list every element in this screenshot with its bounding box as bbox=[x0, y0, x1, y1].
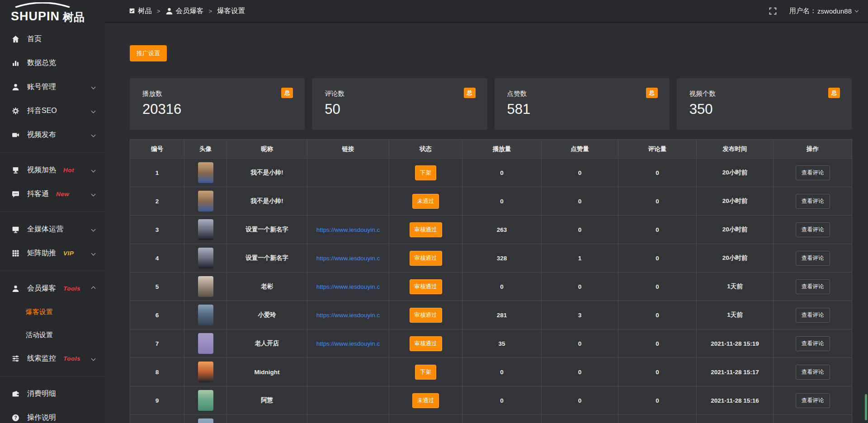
video-link[interactable]: https://www.iesdouyin.c bbox=[307, 312, 389, 319]
status-button[interactable]: 未通过 bbox=[412, 194, 439, 209]
status-button[interactable]: 下架 bbox=[415, 365, 436, 380]
column-header: 链接 bbox=[307, 140, 389, 159]
sidebar-item-4[interactable]: 抖音SEO bbox=[0, 99, 105, 123]
cell-likes: 0 bbox=[542, 187, 618, 216]
sidebar-submenu-item[interactable]: 活动设置 bbox=[0, 324, 105, 347]
column-header: 昵称 bbox=[227, 140, 307, 159]
avatar[interactable] bbox=[198, 219, 213, 240]
chevron-down-icon bbox=[91, 133, 96, 137]
cell-id: 3 bbox=[130, 216, 184, 244]
view-comments-button[interactable]: 查看评论 bbox=[796, 222, 830, 237]
breadcrumb-item[interactable]: 树品 bbox=[129, 6, 152, 16]
cell-status: 审核通过 bbox=[389, 244, 462, 273]
avatar[interactable] bbox=[198, 191, 213, 212]
view-comments-button[interactable]: 查看评论 bbox=[796, 251, 830, 266]
username: zswodun88 bbox=[817, 7, 852, 15]
avatar[interactable] bbox=[198, 305, 213, 325]
sidebar-item-12[interactable]: 消费明细 bbox=[0, 382, 105, 406]
avatar[interactable] bbox=[198, 248, 213, 268]
avatar[interactable] bbox=[198, 276, 213, 297]
view-comments-button[interactable]: 查看评论 bbox=[796, 279, 830, 294]
sidebar-item-1[interactable]: 首页 bbox=[0, 27, 105, 51]
cell-link: https://www.iesdouyin.c bbox=[307, 244, 389, 273]
video-link[interactable]: https://www.iesdouyin.c bbox=[307, 340, 389, 347]
status-button[interactable]: 审核通过 bbox=[410, 336, 442, 351]
sidebar-item-8[interactable]: 全媒体运营 bbox=[0, 217, 105, 241]
sidebar-item-10[interactable]: 会员爆客 Tools bbox=[0, 277, 105, 301]
cell-likes: 0 bbox=[542, 358, 618, 386]
status-button[interactable]: 审核通过 bbox=[410, 308, 442, 323]
cell-nickname: 设置一个新名字 bbox=[227, 244, 307, 273]
avatar[interactable] bbox=[198, 390, 213, 411]
status-button[interactable]: 审核通过 bbox=[410, 222, 442, 237]
sidebar-item-label: 会员爆客 bbox=[27, 284, 56, 293]
video-link[interactable]: https://www.iesdouyin.c bbox=[307, 255, 389, 262]
cell-status: 审核通过 bbox=[389, 301, 462, 329]
cell-link: https://www.iesdouyin.c bbox=[307, 273, 389, 301]
sidebar-item-7[interactable]: 抖客通 New bbox=[0, 182, 105, 206]
cell-link bbox=[307, 415, 389, 423]
cell-id: 1 bbox=[130, 159, 184, 187]
breadcrumb-item[interactable]: 爆客设置 bbox=[217, 6, 245, 16]
cell-nickname: Midnight bbox=[227, 358, 307, 386]
sidebar-item-2[interactable]: 数据总览 bbox=[0, 51, 105, 75]
cell-comments: 0 bbox=[618, 386, 697, 415]
monitor-icon bbox=[12, 226, 20, 233]
breadcrumb-item[interactable]: 会员爆客 bbox=[165, 6, 204, 16]
view-comments-button[interactable]: 查看评论 bbox=[796, 308, 830, 323]
cell-avatar bbox=[184, 358, 227, 386]
sidebar-item-11[interactable]: 线索监控 Tools bbox=[0, 347, 105, 371]
fullscreen-icon[interactable] bbox=[769, 7, 777, 15]
video-link[interactable]: https://www.iesdouyin.c bbox=[307, 226, 389, 233]
avatar[interactable] bbox=[198, 333, 213, 354]
stat-card: 视频个数 350 总 bbox=[677, 78, 852, 130]
scrollbar-thumb[interactable] bbox=[865, 394, 867, 420]
video-link[interactable]: https://www.iesdouyin.c bbox=[307, 283, 389, 290]
table-header-row: 编号头像昵称链接状态播放量点赞量评论量发布时间操作 bbox=[130, 140, 852, 159]
avatar[interactable] bbox=[198, 162, 213, 183]
avatar[interactable] bbox=[198, 362, 213, 382]
stat-card-total-badge: 总 bbox=[281, 88, 293, 98]
sidebar-item-5[interactable]: 视频发布 bbox=[0, 123, 105, 147]
status-button[interactable]: 未通过 bbox=[412, 393, 439, 408]
cell-comments: 0 bbox=[618, 358, 697, 386]
sidebar-item-9[interactable]: 矩阵助推 VIP bbox=[0, 241, 105, 265]
sidebar-submenu-item[interactable]: 爆客设置 bbox=[0, 301, 105, 324]
view-comments-button[interactable]: 查看评论 bbox=[796, 194, 830, 209]
cell-avatar bbox=[184, 273, 227, 301]
cell-link: https://www.iesdouyin.c bbox=[307, 301, 389, 329]
sidebar-item-13[interactable]: ? 操作说明 bbox=[0, 406, 105, 423]
submenu-item-label: 活动设置 bbox=[26, 331, 53, 339]
cell-action: 查看评论 bbox=[774, 159, 852, 187]
cell-status: 未通过 bbox=[389, 386, 462, 415]
cell-nickname: 我不是小帅! bbox=[227, 159, 307, 187]
cell-time: 2021-11-28 15:16 bbox=[697, 386, 774, 415]
status-button[interactable]: 审核通过 bbox=[410, 251, 442, 266]
user-menu[interactable]: 用户名：zswodun88 bbox=[789, 7, 858, 15]
sidebar-item-label: 消费明细 bbox=[27, 389, 56, 399]
view-comments-button[interactable]: 查看评论 bbox=[796, 365, 830, 380]
cell-link bbox=[307, 358, 389, 386]
sidebar-nav: 首页 数据总览 账号管理 抖音SEO 视频发布 视频加热 Hot 抖客通 New… bbox=[0, 24, 105, 423]
cell-plays: 35 bbox=[462, 329, 542, 358]
divider bbox=[0, 152, 105, 153]
cell-action: 查看评论 bbox=[774, 329, 852, 358]
cell-avatar bbox=[184, 329, 227, 358]
cell-id: 5 bbox=[130, 273, 184, 301]
sidebar-item-6[interactable]: 视频加热 Hot bbox=[0, 158, 105, 182]
view-comments-button[interactable]: 查看评论 bbox=[796, 336, 830, 351]
home-icon bbox=[12, 35, 20, 43]
sidebar-item-label: 数据总览 bbox=[27, 58, 56, 68]
avatar[interactable] bbox=[198, 418, 213, 423]
chevron-down-icon bbox=[855, 8, 859, 12]
brand-logo[interactable]: SHUPIN 树品 bbox=[0, 0, 105, 24]
breadcrumb-separator: > bbox=[157, 8, 160, 14]
cell-nickname: 小爱玲 bbox=[227, 301, 307, 329]
status-button[interactable]: 审核通过 bbox=[410, 279, 442, 294]
promo-settings-button[interactable]: 推广设置 bbox=[130, 45, 167, 61]
view-comments-button[interactable]: 查看评论 bbox=[796, 393, 830, 408]
sidebar-item-3[interactable]: 账号管理 bbox=[0, 75, 105, 99]
cell-action: 查看评论 bbox=[774, 244, 852, 273]
view-comments-button[interactable]: 查看评论 bbox=[796, 165, 830, 180]
status-button[interactable]: 下架 bbox=[415, 165, 436, 180]
